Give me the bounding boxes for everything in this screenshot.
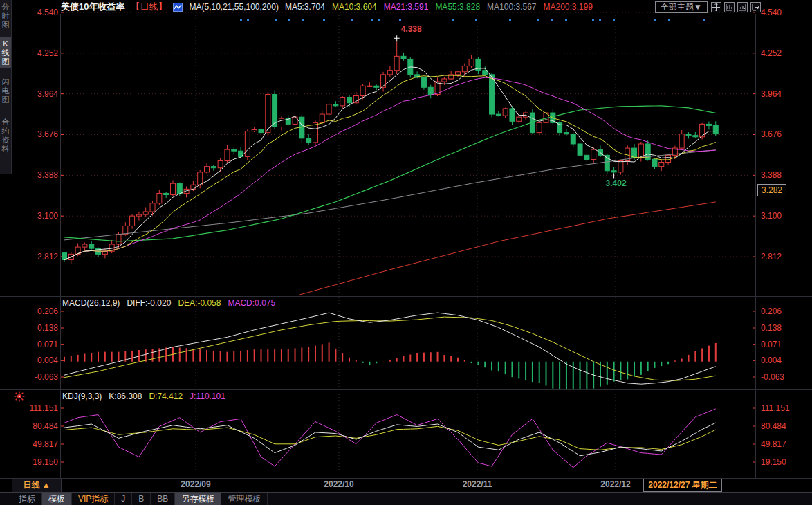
bottom-tab-管理模板[interactable]: 管理模板 bbox=[221, 493, 268, 505]
ma-legend-item: MA5:3.704 bbox=[285, 2, 325, 12]
kdj-title: KDJ(9,3,3) bbox=[62, 392, 102, 401]
kdj-k-value: K:86.308 bbox=[109, 392, 142, 401]
macd-diff-value: DIFF:-0.020 bbox=[127, 298, 171, 308]
period-tag: 【日线】 bbox=[131, 1, 167, 13]
plot-right-border bbox=[755, 14, 756, 478]
current-date-label: 2022/12/27 星期二 bbox=[643, 479, 722, 492]
window-icons bbox=[711, 2, 761, 12]
header-toolbar: 全部主题▼ bbox=[655, 1, 761, 13]
event-dot-markers[interactable] bbox=[240, 19, 705, 21]
ma-legend-item: MA55:3.828 bbox=[435, 2, 480, 12]
sidebar-item-2[interactable]: K线图 bbox=[0, 37, 11, 68]
y-axis-tick: 0.138 bbox=[761, 322, 782, 333]
y-axis-tick: 80.484 bbox=[761, 421, 786, 432]
ma-legend: MA5:3.704MA10:3.604MA21:3.591MA55:3.828M… bbox=[285, 2, 600, 12]
kdj-j-value: J:110.101 bbox=[190, 392, 225, 401]
x-axis-date-label: 2022/12 bbox=[600, 479, 630, 489]
bottom-tab-模板[interactable]: 模板 bbox=[42, 493, 72, 505]
bottom-tab-另存模板[interactable]: 另存模板 bbox=[175, 493, 221, 505]
x-axis-date-label: 2022/09 bbox=[181, 479, 210, 489]
y-axis-tick: 3.388 bbox=[761, 169, 782, 181]
page-title: 美债10年收益率 bbox=[61, 1, 124, 13]
y-axis-tick: 0.071 bbox=[761, 339, 782, 350]
y-axis-tick: 2.812 bbox=[761, 251, 782, 262]
x-axis-date-label: 2022/11 bbox=[463, 479, 492, 489]
y-axis-tick: 3.676 bbox=[761, 129, 782, 140]
y-axis-tick: 19.150 bbox=[761, 457, 786, 468]
y-axis-tick: 19.150 bbox=[0, 457, 58, 468]
sidebar-item-1[interactable]: 分时图 bbox=[0, 3, 11, 30]
bottom-tab-B[interactable]: B bbox=[132, 493, 151, 505]
pop-out-icon[interactable] bbox=[750, 2, 761, 12]
y-axis-tick: -0.063 bbox=[0, 371, 58, 383]
app-root: 美债10年收益率 【日线】 MA(5,10,21,55,100,200) MA5… bbox=[0, 0, 812, 505]
y-axis-tick: 3.100 bbox=[0, 210, 58, 221]
y-axis-tick: 111.151 bbox=[761, 403, 790, 414]
indicator-tab-bar: 指标模板VIP指标JBBB另存模板管理模板 bbox=[0, 492, 812, 505]
y-axis-tick: 80.484 bbox=[0, 421, 58, 432]
bottom-tab-指标[interactable]: 指标 bbox=[12, 493, 42, 505]
bottom-tab-BB[interactable]: BB bbox=[151, 493, 175, 505]
y-axis-tick: 49.817 bbox=[761, 439, 786, 450]
ma-legend-item: MA200:3.199 bbox=[543, 2, 592, 12]
y-axis-tick: 0.206 bbox=[0, 306, 58, 317]
sidebar-item-4[interactable]: 合约资料 bbox=[0, 118, 11, 154]
sidebar-item-3[interactable]: 闪电图 bbox=[0, 77, 11, 104]
bottom-tab-J[interactable]: J bbox=[115, 493, 132, 505]
macd-dea-value: DEA:-0.058 bbox=[178, 298, 221, 308]
chart-canvas bbox=[0, 0, 812, 505]
time-axis: 日线 ▲ 2022/092022/102022/112022/12 2022/1… bbox=[0, 479, 812, 492]
y-axis-tick: 2.812 bbox=[0, 251, 58, 262]
y-axis-tick: -0.063 bbox=[761, 371, 784, 383]
y-axis-tick: 111.151 bbox=[0, 403, 58, 414]
y-axis-tick: 0.004 bbox=[761, 355, 782, 366]
y-axis-tick: 0.004 bbox=[0, 355, 58, 366]
y-axis-tick: 4.252 bbox=[761, 48, 782, 59]
kdj-plot bbox=[64, 409, 716, 468]
scale-right-axis-icon[interactable] bbox=[737, 2, 748, 12]
y-axis-tick: 4.540 bbox=[761, 7, 782, 18]
panel-divider bbox=[0, 296, 812, 297]
macd-macd-value: MACD:0.075 bbox=[228, 298, 275, 308]
ma-legend-item: MA21:3.591 bbox=[384, 2, 429, 12]
scale-left-axis-icon[interactable] bbox=[724, 2, 735, 12]
pan-icon[interactable] bbox=[711, 2, 721, 12]
ma-chart-icon bbox=[173, 3, 183, 12]
y-axis-tick: 3.100 bbox=[761, 210, 782, 221]
y-axis-tick: 0.071 bbox=[0, 339, 58, 350]
plot-left-border bbox=[60, 14, 61, 478]
kdj-header: KDJ(9,3,3) K:86.308 D:74.412 J:110.101 bbox=[62, 392, 225, 401]
ma-settings-label: MA(5,10,21,55,100,200) bbox=[189, 2, 278, 12]
y-axis-tick: 49.817 bbox=[0, 439, 58, 450]
ma-legend-item: MA100:3.567 bbox=[487, 2, 536, 12]
flare-icon bbox=[14, 391, 25, 402]
bottom-tab-VIP指标[interactable]: VIP指标 bbox=[72, 493, 115, 505]
y-axis-tick: 0.138 bbox=[0, 322, 58, 333]
kdj-d-value: D:74.412 bbox=[149, 392, 183, 401]
high-annotation: 4.338 bbox=[401, 24, 422, 34]
ma-legend-item: MA10:3.604 bbox=[332, 2, 377, 12]
sidebar: 分时图K线图闪电图合约资料 bbox=[0, 0, 12, 174]
macd-header: MACD(26,12,9) DIFF:-0.020 DEA:-0.058 MAC… bbox=[62, 298, 275, 308]
macd-title: MACD(26,12,9) bbox=[62, 298, 120, 308]
macd-plot bbox=[64, 313, 716, 392]
theme-dropdown-button[interactable]: 全部主题▼ bbox=[655, 1, 708, 13]
y-axis-tick: 3.964 bbox=[761, 89, 782, 100]
gridlines bbox=[61, 12, 755, 477]
y-axis-tick: 0.206 bbox=[761, 306, 782, 317]
chart-header: 美债10年收益率 【日线】 MA(5,10,21,55,100,200) MA5… bbox=[61, 1, 600, 12]
low-annotation: 3.402 bbox=[606, 178, 627, 188]
period-selector-button[interactable]: 日线 ▲ bbox=[12, 479, 62, 493]
x-axis-date-label: 2022/10 bbox=[324, 479, 353, 489]
current-price-marker: 3.282 bbox=[757, 184, 786, 196]
panel-divider bbox=[0, 389, 812, 390]
